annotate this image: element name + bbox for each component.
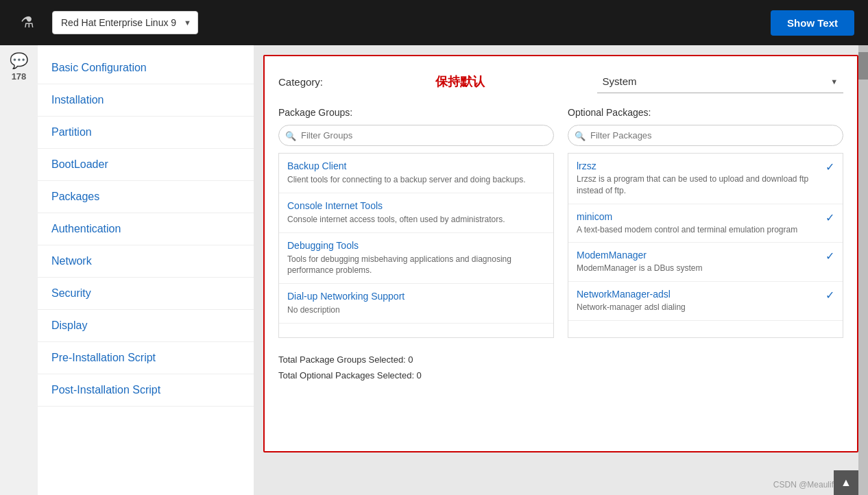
- scroll-thumb[interactable]: [858, 52, 868, 80]
- optional-packages-label: Optional Packages:: [568, 107, 843, 118]
- sidebar-item-basic-configuration[interactable]: Basic Configuration: [38, 52, 254, 84]
- watermark: CSDN @Meaulif: [773, 480, 834, 490]
- optional-info: ModemManager ModemManager is a DBus syst…: [577, 250, 820, 274]
- package-name: Backup Client: [287, 160, 545, 171]
- two-col-layout: Package Groups: 🔍 Backup Client Client t…: [278, 107, 843, 338]
- filter-packages-input[interactable]: [568, 125, 843, 146]
- top-bar: ⚗ Red Hat Enterprise Linux 9 Show Text: [0, 0, 868, 45]
- show-text-button[interactable]: Show Text: [771, 10, 854, 36]
- optional-name: NetworkManager-adsl: [577, 289, 820, 300]
- check-icon-minicom: ✓: [825, 211, 834, 224]
- right-scrollbar[interactable]: [858, 45, 868, 495]
- filter-groups-wrapper: 🔍: [278, 125, 554, 146]
- package-groups-label: Package Groups:: [278, 107, 554, 118]
- category-select[interactable]: System: [597, 70, 843, 93]
- total-groups-selected: Total Package Groups Selected: 0: [278, 352, 843, 367]
- optional-info: minicom A text-based modem control and t…: [577, 211, 820, 236]
- sidebar-item-packages[interactable]: Packages: [38, 181, 254, 213]
- check-icon-lrzsz: ✓: [825, 160, 834, 173]
- optional-desc: ModemManager is a DBus system: [577, 263, 820, 274]
- category-row: Category: 保持默认 System: [278, 70, 843, 93]
- top-bar-left: ⚗ Red Hat Enterprise Linux 9: [14, 9, 198, 36]
- sidebar-item-partition[interactable]: Partition: [38, 117, 254, 149]
- package-item-debugging-tools[interactable]: Debugging Tools Tools for debugging misb…: [279, 233, 553, 285]
- scroll-to-top-button[interactable]: ▲: [834, 470, 858, 495]
- sidebar-item-display[interactable]: Display: [38, 310, 254, 342]
- distro-select[interactable]: Red Hat Enterprise Linux 9: [52, 11, 198, 34]
- filter-packages-wrapper: 🔍: [568, 125, 843, 146]
- filter-groups-input[interactable]: [278, 125, 554, 146]
- optional-desc: Lrzsz is a program that can be used to u…: [577, 173, 820, 197]
- sidebar-nav: Basic Configuration Installation Partiti…: [38, 45, 254, 495]
- total-optional-selected: Total Optional Packages Selected: 0: [278, 367, 843, 383]
- flask-icon: ⚗: [14, 9, 41, 36]
- sidebar-item-post-installation-script[interactable]: Post-Installation Script: [38, 374, 254, 407]
- comment-icon: 💬: [10, 52, 28, 70]
- package-name: Console Internet Tools: [287, 200, 545, 211]
- package-desc: No description: [287, 304, 545, 316]
- optional-item-minicom[interactable]: minicom A text-based modem control and t…: [568, 204, 843, 243]
- optional-item-networkmanager-adsl[interactable]: NetworkManager-adsl Network-manager adsl…: [568, 282, 843, 321]
- sidebar-item-security[interactable]: Security: [38, 278, 254, 310]
- package-groups-col: Package Groups: 🔍 Backup Client Client t…: [278, 107, 554, 338]
- optional-item-modemmanager[interactable]: ModemManager ModemManager is a DBus syst…: [568, 243, 843, 282]
- optional-name: ModemManager: [577, 250, 820, 261]
- optional-name: lrzsz: [577, 160, 820, 171]
- package-desc: Console internet access tools, often use…: [287, 214, 545, 226]
- category-label: Category:: [278, 76, 323, 88]
- package-name: Dial-up Networking Support: [287, 291, 545, 302]
- sidebar-item-authentication[interactable]: Authentication: [38, 213, 254, 245]
- category-select-wrapper: System: [597, 70, 843, 93]
- comment-badge: 💬 178: [0, 45, 38, 82]
- content-panel: Category: 保持默认 System Package Groups: 🔍 …: [263, 55, 858, 452]
- optional-desc: Network-manager adsl dialing: [577, 302, 820, 313]
- package-desc: Tools for debugging misbehaving applicat…: [287, 254, 545, 277]
- optional-packages-col: Optional Packages: 🔍 lrzsz Lrzsz is a pr…: [568, 107, 843, 338]
- footer-stats: Total Package Groups Selected: 0 Total O…: [278, 352, 843, 384]
- package-item-backup-client[interactable]: Backup Client Client tools for connectin…: [279, 154, 553, 193]
- sidebar-item-bootloader[interactable]: BootLoader: [38, 149, 254, 181]
- check-icon-modemmanager: ✓: [825, 250, 834, 263]
- optional-name: minicom: [577, 211, 820, 222]
- optional-packages-list: lrzsz Lrzsz is a program that can be use…: [568, 153, 843, 338]
- main-content: Category: 保持默认 System Package Groups: 🔍 …: [254, 45, 868, 495]
- package-groups-list: Backup Client Client tools for connectin…: [278, 153, 554, 338]
- optional-info: lrzsz Lrzsz is a program that can be use…: [577, 160, 820, 197]
- comment-count: 178: [12, 71, 27, 82]
- distro-select-wrapper: Red Hat Enterprise Linux 9: [52, 11, 198, 34]
- optional-info: NetworkManager-adsl Network-manager adsl…: [577, 289, 820, 313]
- filter-groups-icon: 🔍: [285, 130, 296, 141]
- package-desc: Client tools for connecting to a backup …: [287, 174, 545, 186]
- filter-packages-icon: 🔍: [575, 130, 586, 141]
- sidebar-item-installation[interactable]: Installation: [38, 84, 254, 117]
- package-name: Debugging Tools: [287, 240, 545, 251]
- package-item-dialup-networking[interactable]: Dial-up Networking Support No descriptio…: [279, 284, 553, 324]
- optional-item-lrzsz[interactable]: lrzsz Lrzsz is a program that can be use…: [568, 154, 843, 204]
- sidebar-item-network[interactable]: Network: [38, 245, 254, 278]
- package-item-console-internet-tools[interactable]: Console Internet Tools Console internet …: [279, 193, 553, 233]
- category-note: 保持默认: [337, 73, 583, 90]
- optional-desc: A text-based modem control and terminal …: [577, 224, 820, 236]
- sidebar-item-pre-installation-script[interactable]: Pre-Installation Script: [38, 342, 254, 374]
- check-icon-networkmanager-adsl: ✓: [825, 289, 834, 302]
